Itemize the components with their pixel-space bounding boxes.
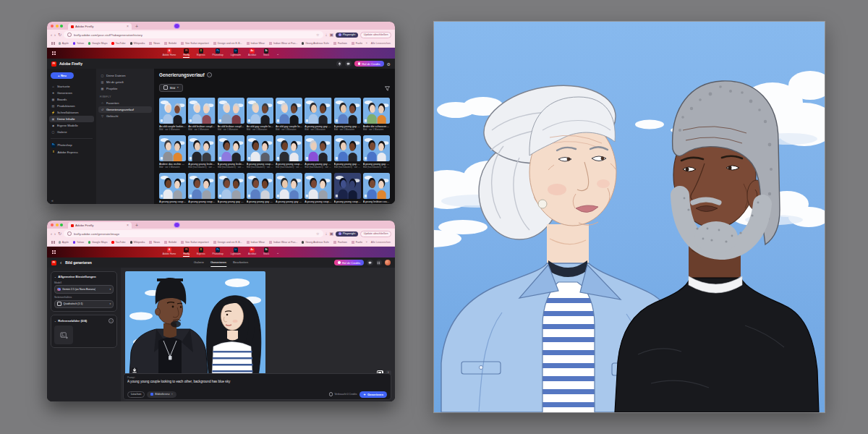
files-nav-item[interactable]: ▢ Deine Dateien	[98, 72, 152, 79]
general-settings-header[interactable]: ⌄ Allgemeine Einstellungen	[54, 275, 114, 278]
notifications-bell-icon[interactable]	[336, 61, 343, 67]
history-card[interactable]: A young young couple... Bild (hochskalie…	[159, 173, 186, 204]
back-icon[interactable]: ‹	[51, 33, 52, 37]
bookmark-item[interactable]: News	[149, 241, 160, 244]
back-icon[interactable]: ‹	[51, 231, 52, 236]
download-icon[interactable]: ↓	[326, 231, 328, 236]
bookmark-item[interactable]: Yahoo	[73, 241, 84, 244]
adobe-app-shortcut[interactable]: X Express	[197, 247, 205, 257]
bookmark-item[interactable]: Apple	[59, 241, 69, 244]
window-controls[interactable]	[51, 221, 63, 229]
bookmarks-overflow-icon[interactable]: »	[366, 241, 367, 244]
clear-prompt-button[interactable]: Löschen	[127, 391, 145, 398]
adobe-app-shortcut[interactable]: Ps Photoshop	[213, 247, 224, 257]
new-button[interactable]: +Neu	[51, 72, 74, 79]
filter-funnel-icon[interactable]	[385, 81, 390, 94]
adobe-app-shortcut[interactable]: A Adobe Home	[163, 48, 176, 58]
bookmark-item[interactable]: Indian Wear	[247, 241, 265, 244]
history-card[interactable]: A young young lesbian... Bild (hochskali…	[218, 135, 244, 169]
browser-tab[interactable]: Adobe Firefly ×	[68, 222, 132, 229]
all-bookmarks-button[interactable]: Alle Lesezeichen	[371, 42, 391, 45]
adobe-app-shortcut[interactable]: St Stock	[263, 48, 269, 58]
bookmark-item[interactable]: Beliebt	[164, 42, 176, 45]
sidebar-item[interactable]: ▦ Boards	[49, 96, 94, 103]
close-window-button[interactable]	[51, 25, 54, 27]
bookmark-item[interactable]: Wikipedia	[130, 42, 145, 45]
sidebar-item[interactable]: ◆ Eigene Modelle	[49, 122, 94, 129]
window-controls[interactable]	[51, 22, 63, 30]
all-bookmarks-button[interactable]: Alle Lesezeichen	[371, 241, 391, 244]
history-card[interactable]: A young young couple... Bild (hochskalie…	[188, 173, 215, 204]
sidebar-item[interactable]: ▣ Deine Inhalte	[49, 116, 94, 122]
aspect-ratio-dropdown[interactable]: Quadratisch (1:1) ▾	[54, 300, 114, 309]
history-card[interactable]: An old gay couple looking... Bild · vor …	[247, 98, 273, 131]
bookmark-item[interactable]: Design und ein E-B...	[213, 42, 242, 45]
adobe-app-shortcut[interactable]: Ff Firefly	[183, 247, 190, 257]
files-nav-item[interactable]: ▥ Mit dir geteilt	[98, 79, 152, 85]
history-card[interactable]: A young young gay couple... Bild (hochsk…	[334, 135, 361, 169]
sidebar-item[interactable]: ★ Generieren	[49, 90, 94, 96]
bookmark-item[interactable]: Von Safari importiert	[181, 42, 209, 45]
feedback-chat-icon[interactable]	[367, 260, 373, 266]
prompt-bar[interactable]: Prompt A young young couple looking to e…	[123, 373, 391, 400]
history-card[interactable]: A young young couple... Bild (hochskalie…	[276, 135, 302, 169]
history-card[interactable]: A young young couple... Bild (hochskalie…	[305, 173, 331, 204]
url-bar[interactable]: firefly.adobe.com/your-stuff?tab=generat…	[64, 31, 323, 38]
sidebar-item[interactable]: ⚡ Schnellaktionen	[49, 109, 94, 116]
back-arrow-icon[interactable]: ‹	[60, 260, 61, 265]
adobe-app-shortcut[interactable]: St Stock	[263, 247, 269, 257]
image-reference-chip[interactable]: Bildreferenz ×	[147, 391, 176, 398]
user-avatar[interactable]	[385, 260, 391, 265]
bookmark-item[interactable]: Fashion	[333, 241, 347, 244]
bookmark-item[interactable]: Google Maps	[88, 42, 107, 45]
adobe-grid-icon[interactable]	[52, 250, 56, 254]
files-nav-item[interactable]: ▦ Projekte	[98, 85, 152, 92]
sidebar-item[interactable]: ▤ Produktionen	[49, 103, 94, 109]
history-card[interactable]: A young young couple... Bild (hochskalie…	[247, 135, 273, 169]
extensions-icon[interactable]: ▣	[330, 33, 334, 37]
view-tab[interactable]: Generieren	[210, 258, 226, 267]
add-reference-image-tile[interactable]	[54, 326, 73, 344]
history-card[interactable]: An old gay couple looking... Bild · vor …	[276, 98, 302, 131]
remove-reference-icon[interactable]: ×	[171, 393, 173, 396]
reload-icon[interactable]: ↻	[58, 33, 61, 37]
history-card[interactable]: A young young couple... Bild (hochskalie…	[334, 173, 361, 204]
forward-icon[interactable]: ›	[54, 231, 56, 236]
update-chip[interactable]: Update abschließen	[360, 231, 391, 237]
profile-chip[interactable]: Playwright	[336, 231, 358, 237]
reference-images-header[interactable]: ⌄ Referenzbilder (0/4) i	[54, 318, 114, 323]
model-dropdown[interactable]: Gemini 2.5 (as Nano Banana) ▾	[54, 285, 114, 294]
bookmark-item[interactable]: Fashion	[333, 42, 347, 45]
generated-image-preview[interactable]	[125, 271, 265, 377]
bookmark-item[interactable]: Fashion India	[352, 241, 362, 244]
apps-grid-icon[interactable]	[51, 42, 55, 46]
history-card[interactable]: A young young lesbian... Bild (hochskali…	[188, 135, 215, 169]
sidebar-item[interactable]: ⌂ Startseite	[49, 83, 94, 90]
bookmark-star-icon[interactable]: ☆	[316, 231, 319, 236]
bookmark-item[interactable]: Wikipedia	[130, 241, 145, 244]
history-card[interactable]: Ändere das rechte weiter?... Bild · vor …	[159, 135, 186, 169]
bookmark-item[interactable]: Von Safari importiert	[181, 241, 209, 244]
bookmark-star-icon[interactable]: ☆	[316, 33, 319, 37]
get-credits-button[interactable]: Hol dir Credits	[334, 260, 364, 266]
firefly-nav-item[interactable]: ☆ Favoriten	[98, 100, 152, 106]
update-chip[interactable]: Update abschließen	[360, 32, 391, 38]
browser-tab[interactable]: Adobe Firefly ×	[68, 23, 132, 30]
sidebar-app-item[interactable]: Ps Photoshop	[49, 142, 94, 149]
minimize-window-button[interactable]	[56, 224, 59, 226]
apps-grid-icon[interactable]	[376, 260, 383, 266]
view-tab[interactable]: Bearbeiten	[233, 258, 248, 267]
firefly-nav-item[interactable]: ▽ Gelöscht	[98, 113, 152, 119]
apps-grid-icon[interactable]	[51, 241, 55, 244]
bookmark-item[interactable]: Indian Wear	[247, 42, 265, 45]
bookmark-item[interactable]: Beliebt	[164, 241, 176, 244]
info-icon[interactable]: i	[207, 72, 212, 77]
history-card[interactable]: Ändre die schwarzen... Bild · vor 1 Mona…	[363, 98, 390, 131]
generate-button[interactable]: ✦Generieren	[359, 391, 387, 398]
type-filter-dropdown[interactable]: Bild ▾	[159, 84, 183, 92]
bookmark-item[interactable]: YouTube	[111, 241, 125, 244]
adobe-app-shortcut[interactable]: Lr Lightroom	[231, 48, 241, 58]
bookmark-item[interactable]: Georg Andreas Suhr	[302, 42, 329, 45]
minimize-window-button[interactable]	[56, 25, 59, 27]
get-credits-button[interactable]: Hol dir Credits	[354, 61, 384, 67]
